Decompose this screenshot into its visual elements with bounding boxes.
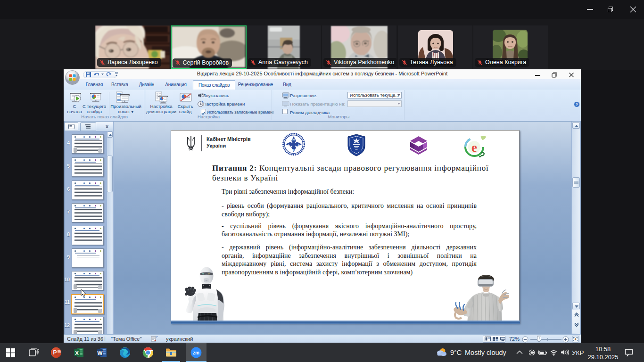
svg-text:Σ: Σ <box>288 143 290 147</box>
svg-text:e: e <box>471 140 477 155</box>
svg-text:З: З <box>298 143 300 147</box>
svg-text:М: М <box>292 138 296 141</box>
svg-text:P: P <box>53 349 57 356</box>
svg-text:?: ? <box>576 102 578 107</box>
svg-text:zm: zm <box>193 350 199 355</box>
svg-text:Ш: Ш <box>292 148 296 152</box>
svg-text:W: W <box>98 350 103 356</box>
svg-text:X: X <box>75 350 79 356</box>
